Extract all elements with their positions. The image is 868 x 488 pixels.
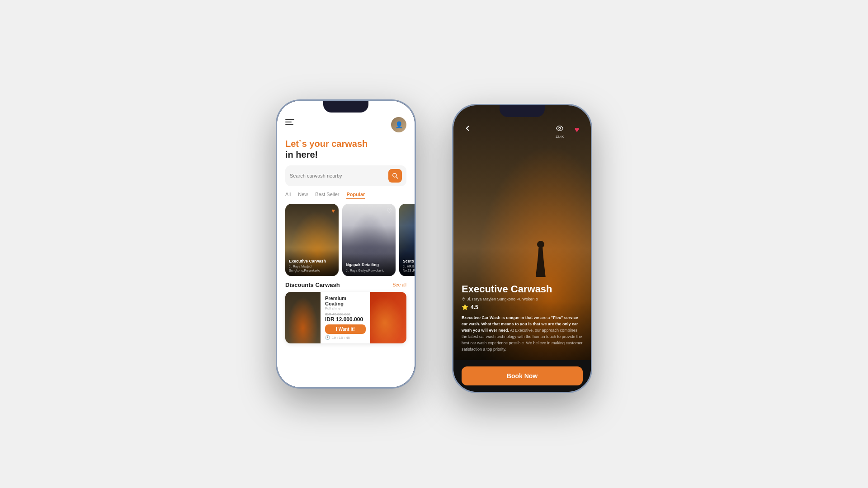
detail-content: Executive Carwash Jl. Raya Mayjen Sungko… (453, 276, 591, 360)
rating-value: 4.5 (471, 304, 478, 310)
clock-icon: 🕐 (325, 335, 330, 340)
card-name-executive: Executive Carwash (289, 259, 335, 264)
discount-name: Premium Coating (325, 296, 366, 306)
card-addr-ngapak: Jl. Raya Gariya,Purwokerto (346, 269, 392, 272)
eye-icon (553, 122, 566, 135)
discount-card[interactable]: Premium Coating Full shine IDR 45.000.00… (285, 292, 406, 343)
see-all-button[interactable]: See all (392, 282, 406, 287)
detail-description: Executive Car Wash is unique in that we … (462, 315, 583, 353)
card-addr-executive: Jl. Raya Masjed Sungkono,Purwokerto (289, 265, 335, 272)
card-executive[interactable]: ♥ Executive Carwash Jl. Raya Masjed Sung… (285, 204, 339, 276)
card-heart-ngapak[interactable]: ♡ (387, 207, 392, 214)
new-price: IDR 12.000.000 (325, 316, 366, 323)
address-text: Jl. Raya Mayjen Sungkono,PurwokerTo (467, 297, 538, 301)
svg-line-1 (396, 177, 398, 178)
hero-line1: Let`s your carwash (285, 138, 406, 150)
notch-right (500, 105, 545, 117)
discounts-section: Discounts Carwash See all Premium Coatin… (277, 280, 415, 387)
svg-point-2 (559, 127, 561, 129)
card-addr-scuto: Jl. HR.Bunyamin No.33 ,Purwokerto (403, 265, 415, 272)
power-button[interactable] (415, 164, 416, 187)
original-price: IDR 45.000.000 (325, 312, 366, 316)
hero-text: Let`s your carwash in here! (277, 136, 415, 165)
star-icon: ⭐ (462, 304, 468, 310)
view-count-button[interactable]: 12.4K (553, 122, 566, 138)
search-icon (392, 173, 398, 179)
svg-point-3 (463, 299, 464, 300)
scene: 👤 Let`s your carwash in here! (0, 0, 868, 488)
chevron-left-icon (463, 124, 472, 132)
detail-rating: ⭐ 4.5 (462, 304, 583, 310)
card-heart-executive[interactable]: ♥ (331, 207, 335, 214)
hero-highlight: carwash (331, 139, 368, 149)
tab-popular[interactable]: Popular (346, 192, 365, 199)
detail-top-right: 12.4K ♥ (553, 122, 584, 138)
book-bar: Book Now (453, 360, 591, 392)
vol-up-button[interactable] (276, 155, 277, 169)
discount-info: Premium Coating Full shine IDR 45.000.00… (321, 292, 370, 343)
book-now-button[interactable]: Book Now (462, 366, 583, 385)
detail-title: Executive Carwash (462, 283, 583, 295)
vol-down-button[interactable] (276, 173, 277, 187)
discount-right-image (370, 292, 406, 343)
card-name-ngapak: Ngapak Detailing (346, 263, 392, 268)
section-title: Discounts Carwash (285, 282, 340, 288)
search-button[interactable] (388, 169, 402, 183)
cards-section: ♥ Executive Carwash Jl. Raya Masjed Sung… (277, 204, 415, 280)
card-ngapak[interactable]: ♡ Ngapak Detailing Jl. Raya Gariya,Purwo… (342, 204, 396, 276)
notch-left (323, 101, 368, 113)
avatar[interactable]: 👤 (391, 117, 406, 132)
tab-best-seller[interactable]: Best Seller (315, 192, 339, 199)
right-screen: 12.4K ♥ Executive Carwash Jl. Raya Mayje… (453, 105, 591, 392)
card-overlay-executive: Executive Carwash Jl. Raya Masjed Sungko… (285, 250, 339, 276)
search-input[interactable] (290, 173, 385, 178)
left-phone: 👤 Let`s your carwash in here! (276, 99, 416, 389)
detail-address: Jl. Raya Mayjen Sungkono,PurwokerTo (462, 297, 583, 301)
app-home-screen: 👤 Let`s your carwash in here! (277, 101, 415, 387)
card-overlay-scuto: Scuto Detailing Jl. HR.Bunyamin No.33 ,P… (399, 250, 415, 276)
tab-new[interactable]: New (298, 192, 308, 199)
discount-subtitle: Full shine (325, 306, 366, 310)
card-scuto[interactable]: Scuto Detailing Jl. HR.Bunyamin No.33 ,P… (399, 204, 415, 276)
location-icon (462, 297, 465, 301)
left-screen: 👤 Let`s your carwash in here! (277, 101, 415, 387)
search-bar (285, 165, 406, 186)
back-button[interactable] (461, 122, 474, 135)
person-silhouette (532, 241, 550, 277)
filter-tabs: All New Best Seller Popular (277, 192, 415, 204)
view-count: 12.4K (556, 135, 564, 138)
hero-prefix: Let`s your (285, 139, 331, 149)
detail-screen: 12.4K ♥ Executive Carwash Jl. Raya Mayje… (453, 105, 591, 392)
right-phone: 12.4K ♥ Executive Carwash Jl. Raya Mayje… (452, 104, 592, 393)
section-header: Discounts Carwash See all (285, 282, 406, 288)
menu-icon[interactable] (285, 119, 294, 125)
timer-text: 19 : 15 : 45 (332, 336, 350, 340)
eye-svg (556, 125, 563, 132)
discount-image (285, 292, 321, 343)
card-overlay-ngapak: Ngapak Detailing Jl. Raya Gariya,Purwoke… (342, 253, 396, 276)
want-button[interactable]: I Want it! (325, 324, 366, 334)
favorite-button[interactable]: ♥ (570, 123, 584, 137)
tab-all[interactable]: All (285, 192, 291, 199)
hero-line2: in here! (285, 150, 406, 160)
card-name-scuto: Scuto Detailing (403, 259, 415, 264)
right-power[interactable] (591, 169, 592, 191)
countdown-timer: 🕐 19 : 15 : 45 (325, 335, 366, 340)
